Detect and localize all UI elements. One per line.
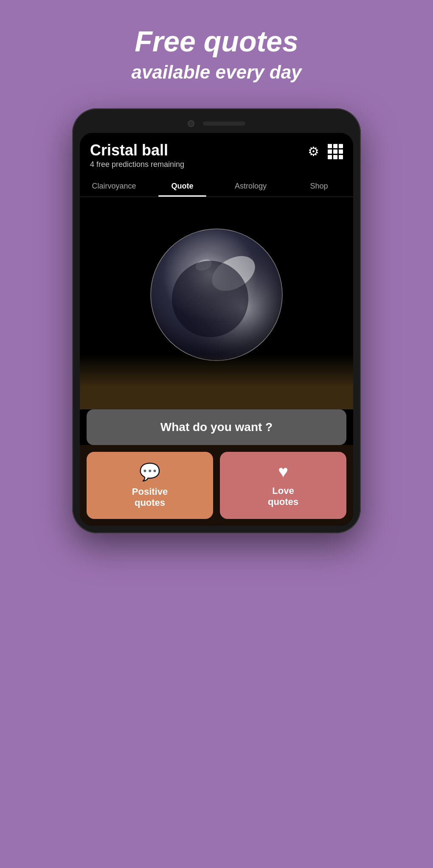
svg-point-5 xyxy=(172,261,248,337)
promo-title: Free quotes xyxy=(135,25,298,57)
stand-area xyxy=(80,354,353,409)
positive-quotes-icon: 💬 xyxy=(139,462,160,482)
phone-speaker xyxy=(203,121,245,126)
love-quotes-icon: ♥ xyxy=(278,462,288,481)
tab-shop[interactable]: Shop xyxy=(285,178,353,197)
tab-clairvoyance[interactable]: Clairvoyance xyxy=(80,178,148,197)
love-quotes-button[interactable]: ♥ Lovequotes xyxy=(220,452,346,519)
grid-dot xyxy=(339,144,343,148)
grid-icon[interactable] xyxy=(328,144,343,159)
promo-section: Free quotes available every day xyxy=(0,0,433,100)
phone-camera xyxy=(188,120,194,127)
ball-area xyxy=(80,197,353,409)
app-header-icons: ⚙ xyxy=(308,144,343,159)
phone-outer: Cristal ball 4 free predictions remainin… xyxy=(72,108,361,533)
app-title-section: Cristal ball 4 free predictions remainin… xyxy=(90,141,184,169)
grid-dot xyxy=(333,144,337,148)
tab-astrology[interactable]: Astrology xyxy=(216,178,285,197)
positive-quotes-label: Positivequotes xyxy=(132,486,168,509)
nav-tabs: Clairvoyance Quote Astrology Shop xyxy=(80,173,353,197)
grid-dot xyxy=(328,144,332,148)
bottom-buttons: 💬 Positivequotes ♥ Lovequotes xyxy=(80,445,353,526)
grid-dot xyxy=(328,155,332,159)
grid-dot xyxy=(328,149,332,154)
gear-icon[interactable]: ⚙ xyxy=(308,144,319,159)
phone-top-bar xyxy=(80,116,353,133)
phone-wrapper: Cristal ball 4 free predictions remainin… xyxy=(72,108,361,533)
grid-dot xyxy=(339,149,343,154)
promo-subtitle: available every day xyxy=(131,62,301,83)
crystal-ball xyxy=(144,225,289,369)
grid-dot xyxy=(333,155,337,159)
grid-dot xyxy=(339,155,343,159)
love-quotes-label: Lovequotes xyxy=(268,485,298,508)
grid-dot xyxy=(333,149,337,154)
positive-quotes-button[interactable]: 💬 Positivequotes xyxy=(87,452,213,519)
phone-screen: Cristal ball 4 free predictions remainin… xyxy=(80,133,353,526)
app-header: Cristal ball 4 free predictions remainin… xyxy=(80,133,353,173)
question-text: What do you want ? xyxy=(160,420,273,434)
app-subtitle: 4 free predictions remaining xyxy=(90,160,184,169)
tab-quote[interactable]: Quote xyxy=(148,178,216,197)
question-box: What do you want ? xyxy=(87,409,346,445)
app-title: Cristal ball xyxy=(90,141,184,159)
